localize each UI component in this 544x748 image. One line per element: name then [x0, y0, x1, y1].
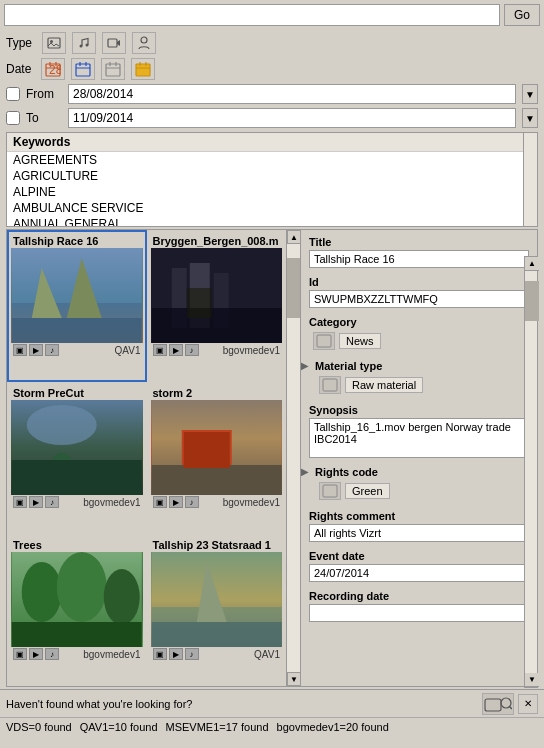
- mini-music-icon: ♪: [45, 648, 59, 660]
- keyword-item[interactable]: ALPINE: [7, 184, 537, 200]
- mini-music-icon: ♪: [185, 496, 199, 508]
- media-footer: ▣ ▶ ♪ QAV1: [11, 343, 143, 357]
- detail-recording-date-label: Recording date: [309, 590, 529, 602]
- mini-video-icon: ▶: [29, 496, 43, 508]
- keyword-item[interactable]: AMBULANCE SERVICE: [7, 200, 537, 216]
- to-row: To ▼: [0, 106, 544, 130]
- keyword-item[interactable]: AGREEMENTS: [7, 152, 537, 168]
- detail-scrollbar[interactable]: ▲ ▼: [524, 256, 538, 688]
- detail-category-field: Category News: [309, 316, 529, 352]
- svg-text:28: 28: [49, 63, 61, 77]
- media-item-storm[interactable]: Storm PreCut ▣ ▶: [7, 382, 147, 534]
- svg-line-55: [510, 706, 513, 709]
- media-title: Storm PreCut: [11, 386, 143, 400]
- detail-category-label: Category: [309, 316, 529, 328]
- media-item-storm2[interactable]: storm 2 ▣ ▶: [147, 382, 287, 534]
- mini-image-icon: ▣: [13, 344, 27, 356]
- type-image-icon[interactable]: [42, 32, 66, 54]
- svg-rect-36: [12, 460, 142, 495]
- mini-video-icon: ▶: [29, 648, 43, 660]
- detail-id-value: SWUPMBXZZLTTWMFQ: [309, 290, 529, 308]
- svg-rect-32: [151, 308, 281, 343]
- media-item-bryggen[interactable]: Bryggen_Bergen_008.m ▣: [147, 230, 287, 382]
- detail-event-date-label: Event date: [309, 550, 529, 562]
- media-title: storm 2: [151, 386, 283, 400]
- svg-rect-45: [12, 622, 142, 647]
- svg-rect-27: [12, 318, 142, 343]
- from-checkbox[interactable]: [6, 87, 20, 101]
- mini-image-icon: ▣: [13, 648, 27, 660]
- media-footer: ▣ ▶ ♪ bgovmedev1: [11, 647, 143, 661]
- media-icons: ▣ ▶ ♪: [13, 496, 59, 508]
- type-row: Type: [0, 30, 544, 56]
- keyword-item[interactable]: AGRICULTURE: [7, 168, 537, 184]
- media-footer: ▣ ▶ ♪ bgovmedev1: [11, 495, 143, 509]
- media-thumb: [151, 248, 283, 343]
- detail-scroll-down[interactable]: ▼: [525, 673, 539, 687]
- extended-search-button[interactable]: [482, 693, 514, 715]
- detail-material-label: Material type: [315, 360, 529, 372]
- rights-badge: Green: [345, 483, 390, 499]
- to-date-input[interactable]: [68, 108, 516, 128]
- to-date-dropdown[interactable]: ▼: [522, 108, 538, 128]
- media-item-tallship16[interactable]: Tallship Race 16 ▣: [7, 230, 147, 382]
- media-item-trees[interactable]: Trees ▣ ▶: [7, 534, 147, 686]
- detail-rights-section: ▶ Rights code Green: [309, 466, 529, 502]
- detail-synopsis-label: Synopsis: [309, 404, 529, 416]
- from-date-input[interactable]: [68, 84, 516, 104]
- keywords-scrollbar[interactable]: [523, 133, 537, 226]
- media-quality: QAV1: [254, 649, 280, 660]
- search-input[interactable]: [4, 4, 500, 26]
- detail-event-date-field: Event date 24/07/2014: [309, 550, 529, 582]
- media-owner: bgovmedev1: [223, 345, 280, 356]
- detail-event-date-value: 24/07/2014: [309, 564, 529, 582]
- svg-rect-33: [186, 288, 211, 318]
- detail-recording-date-value: [309, 604, 529, 622]
- detail-rights-field: Rights code Green: [309, 466, 529, 502]
- detail-scroll-up[interactable]: ▲: [525, 257, 539, 271]
- collapse-arrow[interactable]: ▶: [301, 360, 309, 371]
- type-video-icon[interactable]: [102, 32, 126, 54]
- mini-video-icon: ▶: [29, 344, 43, 356]
- to-checkbox[interactable]: [6, 111, 20, 125]
- media-icons: ▣ ▶ ♪: [153, 344, 199, 356]
- main-content: Tallship Race 16 ▣: [6, 229, 538, 687]
- scroll-down-arrow[interactable]: ▼: [287, 672, 300, 686]
- search-bar: Go: [0, 0, 544, 30]
- from-date-dropdown[interactable]: ▼: [522, 84, 538, 104]
- svg-rect-39: [151, 465, 281, 495]
- media-icons: ▣ ▶ ♪: [13, 344, 59, 356]
- from-label: From: [26, 87, 62, 101]
- date-icon-4[interactable]: [131, 58, 155, 80]
- type-music-icon[interactable]: [72, 32, 96, 54]
- date-icon-2[interactable]: [71, 58, 95, 80]
- media-item-tallship23[interactable]: Tallship 23 Statsraad 1 ▣: [147, 534, 287, 686]
- svg-rect-40: [183, 432, 229, 468]
- go-button[interactable]: Go: [504, 4, 540, 26]
- media-icons: ▣ ▶ ♪: [153, 496, 199, 508]
- svg-point-44: [104, 569, 140, 625]
- svg-rect-52: [323, 485, 337, 497]
- mini-image-icon: ▣: [153, 344, 167, 356]
- detail-rights-tag: Green: [315, 480, 394, 502]
- detail-rights-comment-value: All rights Vizrt: [309, 524, 529, 542]
- detail-panel: Title Tallship Race 16 Id SWUPMBXZZLTTWM…: [301, 229, 538, 687]
- mini-video-icon: ▶: [169, 648, 183, 660]
- media-scrollbar[interactable]: ▲ ▼: [286, 230, 300, 686]
- date-icon-1[interactable]: 28: [41, 58, 65, 80]
- status-msevme1: MSEVME1=17 found: [166, 721, 269, 733]
- mini-image-icon: ▣: [153, 496, 167, 508]
- svg-point-2: [80, 45, 83, 48]
- media-owner: bgovmedev1: [83, 497, 140, 508]
- scrollbar-thumb: [287, 258, 300, 318]
- close-button[interactable]: ✕: [518, 694, 538, 714]
- keyword-item[interactable]: ANNUAL GENERAL...: [7, 216, 537, 227]
- scroll-up-arrow[interactable]: ▲: [287, 230, 300, 244]
- detail-id-label: Id: [309, 276, 529, 288]
- type-person-icon[interactable]: [132, 32, 156, 54]
- date-label: Date: [6, 62, 31, 76]
- date-icon-3[interactable]: [101, 58, 125, 80]
- detail-title-field: Title Tallship Race 16: [309, 236, 529, 268]
- collapse-arrow-2[interactable]: ▶: [301, 466, 309, 477]
- media-thumb: [11, 552, 143, 647]
